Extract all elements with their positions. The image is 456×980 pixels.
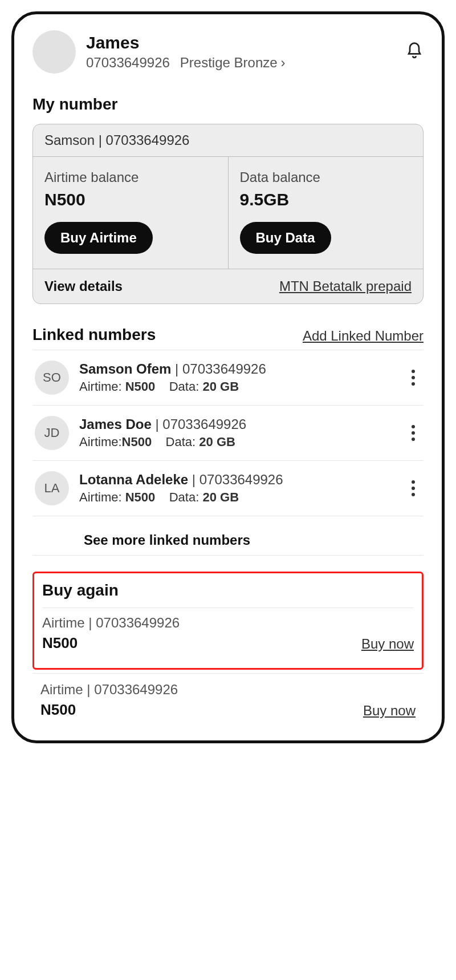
buy-data-button[interactable]: Buy Data [240,222,331,254]
linked-row-title: James Doe | 07033649926 [79,416,395,432]
linked-name: Lotanna Adeleke [79,472,188,487]
app-screen: James 07033649926 Prestige Bronze › My n… [11,11,445,743]
avatar-initials: SO [35,361,69,395]
buy-now-link[interactable]: Buy now [363,703,416,719]
linked-row[interactable]: JD James Doe | 07033649926 Airtime:N500 … [32,406,424,461]
linked-row-main: James Doe | 07033649926 Airtime:N500 Dat… [79,416,395,449]
chevron-right-icon: › [281,55,286,71]
buy-again-row: Airtime | 07033649926 N500 Buy now [32,673,424,724]
linked-row-sub: Airtime: N500 Data: 20 GB [79,490,395,505]
header: James 07033649926 Prestige Bronze › [32,30,424,74]
buy-again-section: Buy again Airtime | 07033649926 N500 Buy… [32,572,424,724]
linked-list: SO Samson Ofem | 07033649926 Airtime: N5… [32,350,424,516]
my-number-footer: View details MTN Betatalk prepaid [33,269,423,303]
buy-again-amount: N500 [42,634,180,652]
airtime-balance-block: Airtime balance N500 Buy Airtime [33,157,228,269]
balances: Airtime balance N500 Buy Airtime Data ba… [33,157,423,269]
bell-icon [405,42,424,60]
buy-again-left: Airtime | 07033649926 N500 [42,615,180,652]
linked-row[interactable]: SO Samson Ofem | 07033649926 Airtime: N5… [32,350,424,406]
header-subline: 07033649926 Prestige Bronze › [86,55,286,71]
buy-again-left: Airtime | 07033649926 N500 [40,682,178,719]
buy-again-highlight: Buy again Airtime | 07033649926 N500 Buy… [32,572,424,670]
row-menu-button[interactable] [405,480,421,496]
buy-again-desc: Airtime | 07033649926 [40,682,178,698]
buy-airtime-button[interactable]: Buy Airtime [44,222,153,254]
tier-link[interactable]: Prestige Bronze › [180,55,286,71]
linked-header: Linked numbers Add Linked Number [32,326,424,344]
linked-row-main: Samson Ofem | 07033649926 Airtime: N500 … [79,361,395,394]
buy-again-title: Buy again [42,581,414,600]
linked-row-main: Lotanna Adeleke | 07033649926 Airtime: N… [79,472,395,505]
linked-title: Linked numbers [32,326,156,344]
tier-label: Prestige Bronze [180,55,278,71]
buy-now-link[interactable]: Buy now [361,636,414,652]
linked-phone: 07033649926 [162,416,246,432]
linked-row-sub: Airtime: N500 Data: 20 GB [79,379,395,394]
linked-row-title: Samson Ofem | 07033649926 [79,361,395,377]
linked-name: Samson Ofem [79,361,171,376]
row-menu-button[interactable] [405,425,421,441]
user-name: James [86,33,286,52]
plan-link[interactable]: MTN Betatalk prepaid [279,278,412,294]
linked-name: James Doe [79,416,152,432]
linked-phone: 07033649926 [199,472,283,487]
header-info: James 07033649926 Prestige Bronze › [86,33,286,71]
linked-phone: 07033649926 [182,361,266,376]
my-number-title: My number [32,95,424,114]
buy-again-row: Airtime | 07033649926 N500 Buy now [42,608,414,660]
airtime-balance-value: N500 [44,190,217,209]
user-phone: 07033649926 [86,55,170,71]
avatar-initials: LA [35,471,69,505]
avatar[interactable] [32,30,76,74]
buy-again-desc: Airtime | 07033649926 [42,615,180,631]
data-balance-block: Data balance 9.5GB Buy Data [228,157,424,269]
row-menu-button[interactable] [405,370,421,386]
add-linked-number-link[interactable]: Add Linked Number [303,328,424,344]
notifications-button[interactable] [405,42,424,62]
see-more-linked-link[interactable]: See more linked numbers [32,516,424,555]
linked-row-title: Lotanna Adeleke | 07033649926 [79,472,395,488]
data-balance-label: Data balance [240,169,412,185]
my-number-card: Samson | 07033649926 Airtime balance N50… [32,124,424,304]
data-balance-value: 9.5GB [240,190,412,209]
my-number-owner: Samson | 07033649926 [33,124,423,157]
airtime-balance-label: Airtime balance [44,169,217,185]
buy-again-amount: N500 [40,701,178,719]
avatar-initials: JD [35,416,69,450]
linked-row[interactable]: LA Lotanna Adeleke | 07033649926 Airtime… [32,461,424,516]
linked-row-sub: Airtime:N500 Data: 20 GB [79,435,395,449]
view-details-link[interactable]: View details [44,278,123,294]
